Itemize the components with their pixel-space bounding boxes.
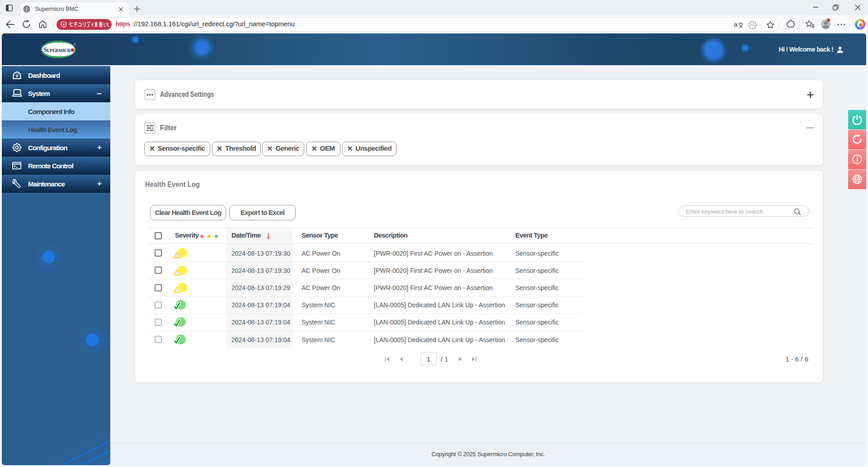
svg-text:SUPERMICR: SUPERMICR xyxy=(43,47,71,53)
svg-text:®: ® xyxy=(74,43,76,46)
